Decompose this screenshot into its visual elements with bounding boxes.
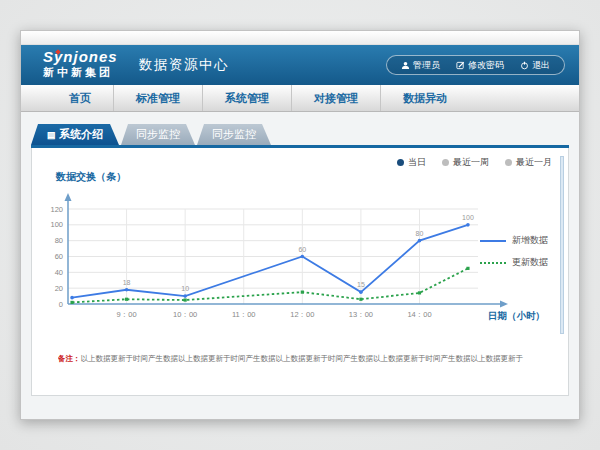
data-point[interactable] — [466, 223, 470, 227]
tab-sync-monitor-1-label: 同步监控 — [136, 128, 180, 140]
data-point-label: 10 — [181, 285, 189, 292]
radio-icon — [442, 159, 449, 166]
nav-item-data-change[interactable]: 数据异动 — [381, 85, 469, 111]
range-filter-group: 当日 最近一周 最近一月 — [397, 156, 552, 169]
app-window: Synjones 新中新集团 数据资源中心 管理员 修改密码 退出 — [20, 30, 580, 420]
main-nav: 首页 标准管理 系统管理 对接管理 数据异动 — [21, 85, 579, 112]
y-tick-label: 20 — [55, 284, 63, 293]
data-point[interactable] — [125, 288, 129, 292]
chart-legend: 新增数据 更新数据 — [480, 234, 548, 278]
nav-item-system-mgmt[interactable]: 系统管理 — [203, 85, 292, 111]
data-point[interactable] — [418, 239, 422, 243]
footnote-text: 以上数据更新于时间产生数据以上数据更新于时间产生数据以上数据更新于时间产生数据以… — [81, 354, 524, 363]
tab-sync-monitor-1[interactable]: 同步监控 — [121, 124, 195, 145]
filter-today-label: 当日 — [408, 156, 426, 169]
y-tick-label: 40 — [55, 268, 63, 277]
nav-item-standard-mgmt[interactable]: 标准管理 — [114, 85, 203, 111]
x-tick-label: 12：00 — [290, 310, 314, 319]
legend-item-new-data: 新增数据 — [480, 234, 548, 247]
y-axis-arrow-icon — [65, 193, 72, 201]
data-point-label: 15 — [357, 281, 365, 288]
document-icon: ▤ — [47, 130, 56, 140]
nav-item-integration-mgmt[interactable]: 对接管理 — [292, 85, 381, 111]
filter-today[interactable]: 当日 — [397, 156, 426, 169]
x-tick-label: 14：00 — [407, 310, 431, 319]
content-area: ▤系统介绍 同步监控 同步监控 当日 最近 — [21, 112, 579, 419]
chart-panel: 当日 最近一周 最近一月 数据交换（条） 0204060801001209：00… — [31, 148, 569, 396]
filter-last-month-label: 最近一月 — [516, 156, 552, 169]
data-point[interactable] — [70, 301, 73, 304]
x-tick-label: 11：00 — [232, 310, 256, 319]
y-axis-title: 数据交换（条） — [56, 170, 126, 184]
data-point[interactable] — [359, 298, 362, 301]
radio-selected-icon — [397, 159, 404, 166]
data-point[interactable] — [466, 267, 469, 270]
app-header: Synjones 新中新集团 数据资源中心 管理员 修改密码 退出 — [21, 45, 579, 85]
tab-sync-monitor-2[interactable]: 同步监控 — [197, 124, 271, 145]
legend-item-updated-data: 更新数据 — [480, 256, 548, 269]
tab-sync-monitor-2-label: 同步监控 — [212, 128, 256, 140]
radio-icon — [505, 159, 512, 166]
user-icon — [401, 61, 410, 70]
user-menu: 管理员 修改密码 退出 — [386, 55, 565, 75]
x-axis-arrow-icon — [500, 301, 508, 308]
logout-label: 退出 — [532, 59, 550, 72]
series-line-0 — [72, 225, 468, 298]
tab-system-intro[interactable]: ▤系统介绍 — [31, 124, 119, 145]
filter-last-week-label: 最近一周 — [453, 156, 489, 169]
legend-line-dotted-icon — [480, 262, 506, 264]
x-tick-label: 9：00 — [117, 310, 137, 319]
logout-icon — [520, 61, 529, 70]
legend-new-data-label: 新增数据 — [512, 234, 548, 247]
footnote: 备注：以上数据更新于时间产生数据以上数据更新于时间产生数据以上数据更新于时间产生… — [58, 354, 564, 364]
brand-logo: Synjones 新中新集团 — [43, 49, 118, 79]
line-chart-svg: 0204060801001209：0010：0011：0012：0013：001… — [40, 186, 510, 352]
legend-line-solid-icon — [480, 240, 506, 242]
chart-area: 0204060801001209：0010：0011：0012：0013：001… — [40, 186, 510, 352]
y-tick-label: 120 — [50, 205, 63, 214]
user-account-button[interactable]: 管理员 — [393, 59, 448, 72]
data-point[interactable] — [184, 298, 187, 301]
edit-icon — [456, 61, 465, 70]
series-line-1 — [72, 268, 468, 302]
y-tick-label: 100 — [50, 220, 63, 229]
brand-logo-chinese: 新中新集团 — [43, 65, 118, 79]
data-point[interactable] — [301, 255, 305, 259]
tab-system-intro-label: 系统介绍 — [59, 128, 103, 140]
data-point[interactable] — [359, 290, 363, 294]
desktop-background: Synjones 新中新集团 数据资源中心 管理员 修改密码 退出 — [0, 0, 600, 450]
nav-item-home[interactable]: 首页 — [47, 85, 114, 111]
x-tick-label: 10：00 — [173, 310, 197, 319]
data-point[interactable] — [183, 294, 187, 298]
y-tick-label: 80 — [55, 236, 63, 245]
window-top-strip — [21, 31, 579, 45]
data-point-label: 80 — [416, 230, 424, 237]
filter-last-month[interactable]: 最近一月 — [505, 156, 552, 169]
y-tick-label: 0 — [59, 300, 63, 309]
change-password-label: 修改密码 — [468, 59, 504, 72]
footnote-label: 备注： — [58, 354, 81, 363]
page-title: 数据资源中心 — [139, 45, 229, 85]
data-point[interactable] — [125, 298, 128, 301]
filter-last-week[interactable]: 最近一周 — [442, 156, 489, 169]
data-point[interactable] — [301, 291, 304, 294]
tab-bar: ▤系统介绍 同步监控 同步监控 — [21, 112, 579, 145]
logout-button[interactable]: 退出 — [512, 59, 558, 72]
data-point-label: 100 — [462, 214, 474, 221]
change-password-button[interactable]: 修改密码 — [448, 59, 512, 72]
panel-scrollbar[interactable] — [560, 156, 564, 334]
data-point[interactable] — [418, 291, 421, 294]
data-point-label: 60 — [298, 246, 306, 253]
y-tick-label: 60 — [55, 252, 63, 261]
data-point[interactable] — [70, 296, 74, 300]
x-tick-label: 13：00 — [349, 310, 373, 319]
x-axis-title: 日期（小时） — [488, 310, 545, 323]
data-point-label: 18 — [123, 279, 131, 286]
user-account-label: 管理员 — [413, 59, 440, 72]
legend-updated-data-label: 更新数据 — [512, 256, 548, 269]
